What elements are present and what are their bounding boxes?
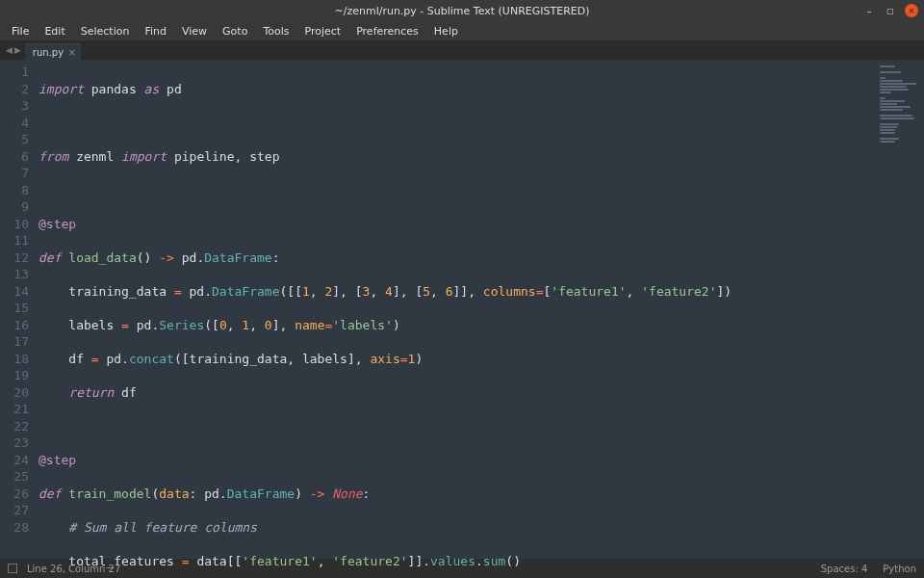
tab-history-arrows: ◀ ▶ bbox=[2, 40, 25, 60]
line-number: 1 bbox=[0, 64, 29, 81]
minimap[interactable] bbox=[874, 60, 924, 559]
line-number: 25 bbox=[0, 468, 29, 486]
line-number: 11 bbox=[0, 232, 29, 250]
line-number: 4 bbox=[0, 115, 29, 132]
line-number: 7 bbox=[0, 165, 29, 182]
line-number: 6 bbox=[0, 148, 29, 166]
editor: 1 2 3 4 5 6 7 8 9 10 11 12 13 14 15 16 1… bbox=[0, 60, 924, 559]
line-number: 12 bbox=[0, 250, 29, 267]
menu-file[interactable]: File bbox=[4, 23, 37, 39]
line-number: 24 bbox=[0, 452, 29, 469]
line-number: 2 bbox=[0, 81, 29, 98]
line-number: 22 bbox=[0, 418, 29, 435]
maximize-icon[interactable] bbox=[884, 4, 897, 17]
line-number: 20 bbox=[0, 384, 29, 402]
line-number: 16 bbox=[0, 317, 29, 334]
status-syntax[interactable]: Python bbox=[883, 564, 916, 574]
tab-back-icon[interactable]: ◀ bbox=[6, 45, 13, 55]
tab-label: run.py bbox=[33, 47, 64, 58]
menu-edit[interactable]: Edit bbox=[37, 23, 72, 39]
code-area[interactable]: import pandas as pd from zenml import pi… bbox=[35, 60, 874, 559]
tab-close-icon[interactable]: × bbox=[68, 47, 76, 58]
window-controls bbox=[862, 4, 924, 17]
tab-forward-icon[interactable]: ▶ bbox=[14, 45, 21, 55]
line-number: 14 bbox=[0, 283, 29, 301]
minimap-content bbox=[880, 66, 918, 144]
sidebar-toggle-icon[interactable] bbox=[8, 564, 17, 573]
line-number: 10 bbox=[0, 216, 29, 233]
titlebar: ~/zenml/run.py - Sublime Text (UNREGISTE… bbox=[0, 0, 924, 21]
menu-preferences[interactable]: Preferences bbox=[348, 23, 426, 39]
line-number: 3 bbox=[0, 97, 29, 115]
menu-selection[interactable]: Selection bbox=[73, 23, 138, 39]
line-number: 5 bbox=[0, 131, 29, 148]
line-number: 21 bbox=[0, 401, 29, 418]
minimize-icon[interactable] bbox=[862, 4, 876, 17]
line-number: 28 bbox=[0, 519, 29, 537]
close-icon[interactable] bbox=[905, 4, 918, 17]
line-number: 18 bbox=[0, 351, 29, 368]
menu-project[interactable]: Project bbox=[297, 23, 349, 39]
line-number: 13 bbox=[0, 266, 29, 283]
menu-view[interactable]: View bbox=[174, 23, 215, 39]
menubar: File Edit Selection Find View Goto Tools… bbox=[0, 21, 924, 40]
line-number: 17 bbox=[0, 333, 29, 351]
menu-goto[interactable]: Goto bbox=[215, 23, 255, 39]
line-number: 26 bbox=[0, 486, 29, 503]
menu-help[interactable]: Help bbox=[426, 23, 466, 39]
tab-run-py[interactable]: run.py × bbox=[25, 43, 81, 60]
menu-find[interactable]: Find bbox=[137, 23, 174, 39]
line-number: 19 bbox=[0, 367, 29, 384]
line-number: 27 bbox=[0, 502, 29, 519]
line-number: 8 bbox=[0, 182, 29, 199]
line-number: 15 bbox=[0, 300, 29, 317]
gutter: 1 2 3 4 5 6 7 8 9 10 11 12 13 14 15 16 1… bbox=[0, 60, 35, 559]
window-title: ~/zenml/run.py - Sublime Text (UNREGISTE… bbox=[334, 5, 589, 17]
menu-tools[interactable]: Tools bbox=[255, 23, 296, 39]
line-number: 23 bbox=[0, 434, 29, 452]
line-number: 9 bbox=[0, 198, 29, 216]
tabbar: ◀ ▶ run.py × bbox=[0, 40, 924, 60]
